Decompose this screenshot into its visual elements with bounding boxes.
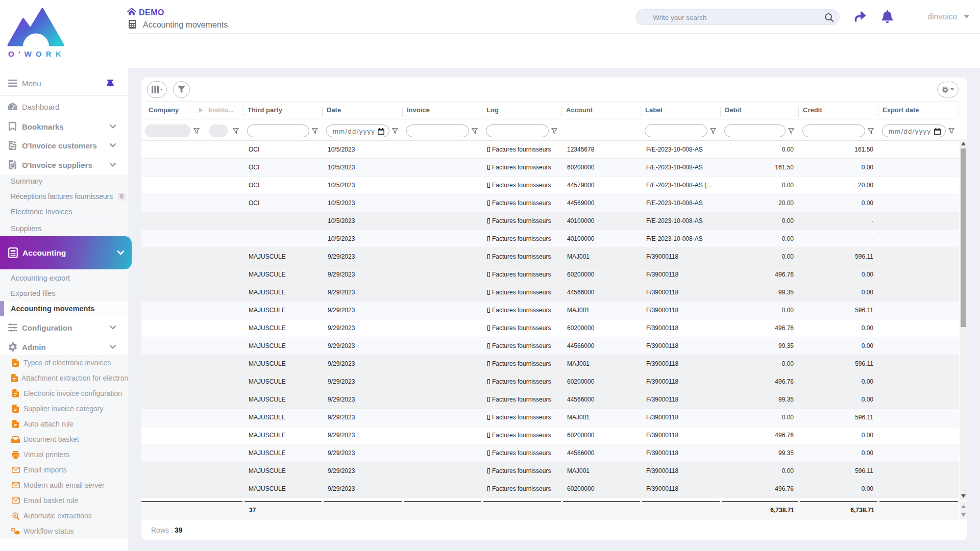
svg-text:O'WORK: O'WORK [8,49,65,58]
